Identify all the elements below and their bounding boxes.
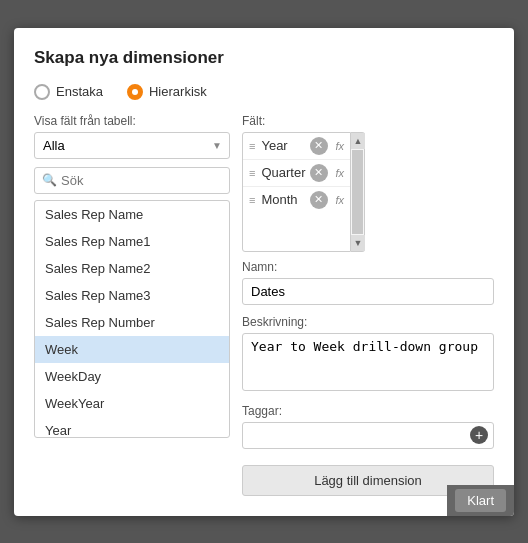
dialog-footer: Klart: [447, 485, 514, 516]
desc-textarea[interactable]: [242, 333, 494, 391]
table-label: Visa fält från tabell:: [34, 114, 230, 128]
fx-icon-year[interactable]: fx: [336, 140, 345, 152]
list-item[interactable]: WeekDay: [35, 363, 229, 390]
drag-handle-icon[interactable]: ≡: [249, 194, 255, 206]
list-item[interactable]: Sales Rep Name: [35, 201, 229, 228]
field-item-quarter: ≡ Quarter ✕ fx: [243, 160, 350, 187]
table-select-wrapper: Alla ▼: [34, 132, 230, 159]
right-panel: Fält: ≡ Year ✕ fx ≡ Quarter ✕ fx: [242, 114, 494, 496]
radio-enstaka[interactable]: Enstaka: [34, 84, 103, 100]
search-icon: 🔍: [42, 173, 57, 187]
field-name-quarter: Quarter: [261, 165, 305, 180]
radio-enstaka-label: Enstaka: [56, 84, 103, 99]
list-item[interactable]: WeekYear: [35, 390, 229, 417]
tags-add-button[interactable]: +: [470, 426, 488, 444]
scroll-up-btn[interactable]: ▲: [351, 133, 365, 149]
fields-border: ≡ Year ✕ fx ≡ Quarter ✕ fx ≡ Month ✕: [242, 132, 351, 252]
search-box: 🔍: [34, 167, 230, 194]
search-input[interactable]: [34, 167, 230, 194]
fx-icon-quarter[interactable]: fx: [336, 167, 345, 179]
drag-handle-icon[interactable]: ≡: [249, 167, 255, 179]
list-item[interactable]: Sales Rep Number: [35, 309, 229, 336]
list-item[interactable]: Sales Rep Name3: [35, 282, 229, 309]
field-name-month: Month: [261, 192, 305, 207]
field-item-month: ≡ Month ✕ fx: [243, 187, 350, 213]
tags-label: Taggar:: [242, 404, 494, 418]
field-remove-year[interactable]: ✕: [310, 137, 328, 155]
scroll-down-btn[interactable]: ▼: [351, 235, 365, 251]
create-dimensions-dialog: Skapa nya dimensioner Enstaka Hierarkisk…: [14, 28, 514, 516]
field-remove-quarter[interactable]: ✕: [310, 164, 328, 182]
close-button[interactable]: Klart: [455, 489, 506, 512]
tags-wrapper: +: [242, 422, 494, 449]
desc-label: Beskrivning:: [242, 315, 494, 329]
fx-icon-month[interactable]: fx: [336, 194, 345, 206]
radio-circle-enstaka: [34, 84, 50, 100]
left-panel: Visa fält från tabell: Alla ▼ 🔍 Sales Re…: [34, 114, 230, 496]
radio-circle-hierarkisk: [127, 84, 143, 100]
fields-scrollbar: ▲ ▼: [351, 132, 365, 252]
fields-label: Fält:: [242, 114, 494, 128]
radio-group: Enstaka Hierarkisk: [34, 84, 494, 100]
desc-group: Beskrivning:: [242, 315, 494, 394]
name-group: Namn:: [242, 260, 494, 305]
list-item[interactable]: Year: [35, 417, 229, 438]
dialog-title: Skapa nya dimensioner: [34, 48, 494, 68]
field-item-year: ≡ Year ✕ fx: [243, 133, 350, 160]
table-select[interactable]: Alla: [34, 132, 230, 159]
list-item[interactable]: Sales Rep Name1: [35, 228, 229, 255]
radio-hierarkisk[interactable]: Hierarkisk: [127, 84, 207, 100]
field-name-year: Year: [261, 138, 305, 153]
tags-group: Taggar: +: [242, 404, 494, 449]
name-label: Namn:: [242, 260, 494, 274]
fields-outer: ≡ Year ✕ fx ≡ Quarter ✕ fx ≡ Month ✕: [242, 132, 494, 252]
list-item[interactable]: Sales Rep Name2: [35, 255, 229, 282]
field-list: Sales Rep Name Sales Rep Name1 Sales Rep…: [34, 200, 230, 438]
drag-handle-icon[interactable]: ≡: [249, 140, 255, 152]
radio-hierarkisk-label: Hierarkisk: [149, 84, 207, 99]
tags-input[interactable]: [242, 422, 494, 449]
field-remove-month[interactable]: ✕: [310, 191, 328, 209]
name-input[interactable]: [242, 278, 494, 305]
list-item-selected[interactable]: Week: [35, 336, 229, 363]
main-content: Visa fält från tabell: Alla ▼ 🔍 Sales Re…: [34, 114, 494, 496]
